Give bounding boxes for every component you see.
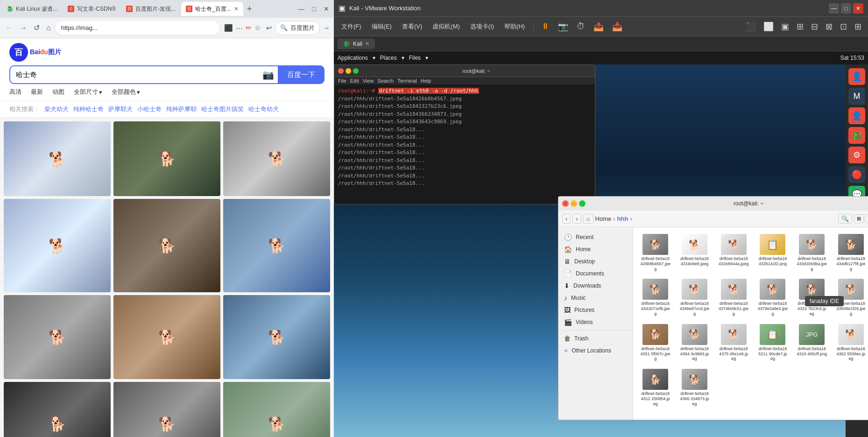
fm-file-3[interactable]: 🐕 driftnet-5e5a18432e8944a.jpeg — [715, 231, 752, 274]
camera-search-icon[interactable]: 📷 — [259, 65, 278, 84]
sidebar-item-desktop[interactable]: 🖥 Desktop — [558, 255, 633, 268]
vmware-close-btn[interactable]: ✕ — [853, 3, 863, 14]
grid-item-12[interactable]: 🐕 — [223, 382, 330, 437]
taskbar-item-2[interactable]: M — [848, 88, 865, 105]
fm-search-button[interactable]: 🔍 — [838, 214, 852, 224]
sidebar-item-documents[interactable]: 📄 Documents — [558, 268, 633, 280]
tab4-close-icon[interactable]: ✕ — [234, 6, 239, 12]
kali-tab[interactable]: 🐉 Kali ✕ — [338, 39, 375, 49]
fm-grid-view-btn[interactable]: ⊞ — [854, 214, 864, 223]
terminal-menu-terminal[interactable]: Terminal — [397, 78, 417, 84]
grid-item-4[interactable]: 🐕 — [4, 199, 111, 292]
related-3[interactable]: 萨摩耶犬 — [108, 105, 133, 113]
filter-color[interactable]: 全部颜色 ▾ — [112, 88, 140, 96]
kali-tab-close-icon[interactable]: ✕ — [365, 41, 369, 47]
terminal-menu-edit[interactable]: Edit — [350, 78, 359, 84]
panel-places[interactable]: Places — [380, 55, 397, 61]
tab-3[interactable]: 百 百度图片-发现... — [121, 2, 180, 16]
baidu-search-input[interactable] — [9, 65, 259, 84]
vmware-maximize-btn[interactable]: □ — [841, 3, 851, 14]
browser-maximize-btn[interactable]: □ — [310, 4, 319, 14]
sidebar-item-other-locations[interactable]: + Other Locations — [558, 345, 633, 357]
pause-btn[interactable]: ⏸ — [538, 21, 552, 32]
fm-file-17[interactable]: 🐕 driftnet-5e5a184375 45e146.jpeg — [715, 321, 752, 364]
forward-button[interactable]: → — [18, 23, 29, 33]
fm-file-20[interactable]: 🐕 driftnet-5e5a184362 5558ec.jpeg — [833, 321, 868, 364]
taskbar-item-6[interactable]: 🔴 — [848, 166, 865, 183]
taskbar-item-1[interactable]: 👤 — [848, 68, 865, 85]
home-button[interactable]: ⌂ — [44, 23, 53, 33]
fm-file-18[interactable]: 📋 driftnet-5e5a185211 90cde7.jpeg — [754, 321, 791, 364]
more-options-icon[interactable]: ⋯ — [236, 24, 243, 32]
fm-file-9[interactable]: 🐕 driftnet-5e5a184346e87ccd.jpeg — [676, 276, 713, 319]
menu-tabs[interactable]: 选项卡(I) — [466, 21, 498, 33]
fm-file-8[interactable]: 🐕 driftnet-5e5a184341b71efb.jpeg — [637, 276, 674, 319]
fm-file-23[interactable]: 🐕 driftnet-5e5a184366 334873.jpeg — [676, 366, 713, 409]
tab-4-active[interactable]: 百 哈士奇_百度... ✕ — [181, 2, 243, 16]
vm-view8[interactable]: ⊞ — [852, 21, 864, 33]
vm-view5[interactable]: ⊟ — [808, 21, 821, 33]
grid-item-8[interactable]: 🐕 — [113, 295, 220, 379]
sidebar-item-recent[interactable]: 🕐 Recent — [558, 231, 633, 243]
browser-close-btn[interactable]: ✕ — [321, 4, 332, 14]
grid-item-2[interactable]: 🐕 — [113, 121, 220, 196]
filter-gif[interactable]: 动图 — [52, 88, 64, 96]
edit-icon[interactable]: ✏ — [246, 24, 252, 32]
baidu-search-button[interactable]: 百度一下 — [278, 65, 325, 84]
vm-ctrl1[interactable]: ⏱ — [574, 21, 588, 32]
sidebar-item-downloads[interactable]: ⬇ Downloads — [558, 280, 633, 292]
panel-applications[interactable]: Applications — [338, 55, 368, 61]
filter-hd[interactable]: 高清 — [9, 88, 21, 96]
vm-view4[interactable]: ⊞ — [794, 21, 806, 33]
fm-file-10[interactable]: 🐕 driftnet-5e5a184374b0dc51.jpeg — [715, 276, 752, 319]
reload-button[interactable]: ↺ — [32, 22, 42, 33]
fm-back-btn[interactable]: ‹ — [562, 214, 571, 224]
extensions-icon[interactable]: ⬛ — [224, 24, 233, 32]
grid-item-11[interactable]: 🐕 — [113, 382, 220, 437]
search-go-button[interactable]: → — [323, 24, 330, 32]
panel-files[interactable]: Files — [409, 55, 421, 61]
fm-close-btn[interactable]: ✕ — [562, 200, 569, 207]
taskbar-item-4[interactable]: 🐉 — [848, 127, 865, 144]
sidebar-item-home[interactable]: 🏠 Home — [558, 243, 633, 255]
fm-path-home[interactable]: Home — [595, 215, 612, 222]
vmware-minimize-btn[interactable]: — — [829, 3, 839, 14]
grid-item-7[interactable]: 🐕 — [4, 295, 111, 379]
filter-latest[interactable]: 最新 — [31, 88, 43, 96]
fm-up-btn[interactable]: ⌂ — [583, 214, 593, 224]
taskbar-item-5[interactable]: ⚙ — [848, 147, 865, 163]
tab-2[interactable]: C 写文章-CSDN® — [63, 2, 120, 16]
fm-min-btn[interactable]: — — [571, 200, 577, 207]
back2-icon[interactable]: ↩ — [266, 24, 272, 32]
fm-file-11[interactable]: 🐕 driftnet-5e5a184379e2a9e3.jpeg — [754, 276, 791, 319]
grid-item-5[interactable]: 🐕 — [113, 199, 220, 292]
fm-file-16[interactable]: 🐕 driftnet-5e5a184364 3c9869.jpeg — [676, 321, 713, 364]
grid-item-9[interactable]: 🐕 — [223, 295, 330, 379]
menu-view[interactable]: 查看(V) — [398, 21, 426, 33]
sidebar-item-pictures[interactable]: 🖼 Pictures — [558, 304, 633, 316]
fm-file-1[interactable]: 🐕 driftnet-5e5a18426b8b4567.jpeg — [637, 231, 674, 274]
menu-edit[interactable]: 编辑(E) — [368, 21, 395, 33]
fm-file-15[interactable]: 🐕 driftnet-5e5a184351 5f007c.jpeg — [637, 321, 674, 364]
grid-item-3[interactable]: 🐕 — [223, 121, 330, 196]
fm-list-view-btn[interactable]: ☰ — [865, 214, 868, 223]
related-7[interactable]: 哈士奇幼犬 — [248, 105, 279, 113]
fm-file-4[interactable]: 📋 driftnet-5e5a18432b141f2.png — [754, 231, 791, 274]
sidebar-item-music[interactable]: ♪ Music — [558, 292, 633, 304]
vm-view3[interactable]: ▣ — [778, 21, 792, 33]
grid-item-10[interactable]: 🐕 — [4, 382, 111, 437]
fm-forward-btn[interactable]: › — [572, 214, 581, 224]
grid-item-6[interactable]: 🐕 — [223, 199, 330, 292]
vm-view2[interactable]: ⬜ — [761, 21, 776, 33]
vm-ctrl2[interactable]: 📤 — [591, 21, 607, 33]
grid-item-1[interactable]: 🐕 — [4, 121, 111, 196]
vm-ctrl3[interactable]: 📥 — [609, 21, 625, 33]
add-tab-button[interactable]: + — [244, 4, 255, 14]
related-5[interactable]: 纯种萨摩耶 — [166, 105, 197, 113]
related-2[interactable]: 纯种哈士奇 — [73, 105, 104, 113]
menu-vm[interactable]: 虚拟机(M) — [429, 21, 464, 33]
terminal-menu-view[interactable]: View — [363, 78, 374, 84]
terminal-min-btn[interactable] — [346, 68, 351, 74]
filter-size[interactable]: 全部尺寸 ▾ — [74, 88, 102, 96]
menu-help[interactable]: 帮助(H) — [501, 21, 529, 33]
